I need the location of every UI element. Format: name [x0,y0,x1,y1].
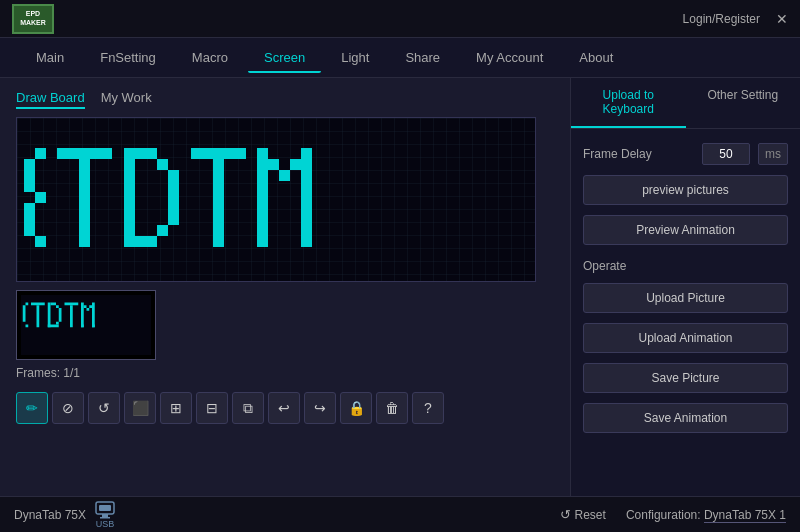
svg-rect-4 [24,170,35,181]
svg-rect-74 [87,308,90,311]
tool-redo[interactable]: ↪ [304,392,336,424]
nav-item-screen[interactable]: Screen [248,44,321,73]
tool-undo[interactable]: ↩ [268,392,300,424]
svg-rect-78 [92,325,95,328]
status-left: DynaTab 75X USB [14,501,116,529]
config-label: Configuration: [626,508,701,522]
svg-rect-52 [268,159,279,170]
svg-rect-31 [168,203,179,214]
svg-rect-36 [135,236,146,247]
save-animation-button[interactable]: Save Animation [583,403,788,433]
nav-item-fnsetting[interactable]: FnSetting [84,44,172,71]
preview-pictures-button[interactable]: preview pictures [583,175,788,205]
svg-rect-15 [101,148,112,159]
preview-row: Frames: 1/1 [16,290,554,380]
reset-label: Reset [575,508,606,522]
nav-bar: Main FnSetting Macro Screen Light Share … [0,38,800,78]
svg-rect-47 [213,203,224,214]
right-tabs: Upload to Keyboard Other Setting [571,78,800,129]
tool-eraser[interactable]: ⊘ [52,392,84,424]
svg-rect-14 [90,148,101,159]
tab-drawboard[interactable]: Draw Board [16,88,85,109]
svg-rect-48 [213,214,224,225]
tool-add-frame[interactable]: ⊞ [160,392,192,424]
login-register-link[interactable]: Login/Register [683,12,760,26]
svg-rect-2 [35,148,46,159]
tool-rotate[interactable]: ↺ [88,392,120,424]
frame-preview [16,290,156,360]
svg-rect-53 [279,170,290,181]
nav-item-share[interactable]: Share [389,44,456,71]
svg-rect-5 [24,181,35,192]
svg-rect-76 [92,303,95,328]
svg-rect-77 [81,325,84,328]
tool-lock[interactable]: 🔒 [340,392,372,424]
preview-animation-button[interactable]: Preview Animation [583,215,788,245]
nav-item-main[interactable]: Main [20,44,80,71]
svg-rect-27 [157,159,168,170]
svg-rect-32 [168,214,179,225]
upload-animation-button[interactable]: Upload Animation [583,323,788,353]
svg-rect-29 [168,181,179,192]
right-panel: Upload to Keyboard Other Setting Frame D… [570,78,800,496]
frame-delay-input[interactable] [702,143,750,165]
svg-rect-39 [202,148,213,159]
svg-rect-38 [191,148,202,159]
main-content: Draw Board My Work [0,78,800,496]
tool-help[interactable]: ? [412,392,444,424]
svg-rect-11 [57,148,68,159]
svg-rect-75 [89,305,92,308]
svg-rect-40 [213,148,224,159]
svg-rect-18 [79,181,90,192]
tab-upload-to-keyboard[interactable]: Upload to Keyboard [571,78,686,128]
tab-mywork[interactable]: My Work [101,88,152,109]
right-panel-content: Frame Delay ms preview pictures Preview … [571,129,800,447]
svg-rect-12 [68,148,79,159]
tool-copy-frame[interactable]: ⧉ [232,392,264,424]
svg-rect-44 [213,170,224,181]
svg-rect-65 [51,303,57,306]
reset-button[interactable]: ↺ Reset [560,507,606,522]
svg-rect-8 [24,214,35,225]
nav-item-light[interactable]: Light [325,44,385,71]
svg-rect-80 [99,505,111,511]
left-panel: Draw Board My Work [0,78,570,496]
svg-rect-64 [48,303,51,328]
svg-rect-61 [26,325,29,328]
svg-rect-59 [26,303,29,306]
tool-pencil[interactable]: ✏ [16,392,48,424]
save-picture-button[interactable]: Save Picture [583,363,788,393]
tool-delete[interactable]: 🗑 [376,392,408,424]
svg-rect-16 [79,159,90,170]
svg-rect-7 [24,203,35,214]
svg-rect-1 [17,118,535,281]
tool-remove-frame[interactable]: ⊟ [196,392,228,424]
svg-rect-54 [290,159,301,170]
nav-item-macro[interactable]: Macro [176,44,244,71]
svg-rect-57 [301,236,312,247]
title-bar-left: EPDMAKER [12,4,54,34]
config-info: Configuration: DynaTab 75X 1 [626,508,786,522]
svg-rect-67 [59,308,62,322]
svg-rect-49 [213,225,224,236]
svg-rect-23 [79,236,90,247]
svg-rect-60 [23,305,26,322]
draw-tabs: Draw Board My Work [16,88,554,109]
nav-item-about[interactable]: About [563,44,629,71]
svg-rect-41 [224,148,235,159]
close-button[interactable]: ✕ [776,11,788,27]
svg-rect-26 [146,148,157,159]
svg-rect-34 [124,148,135,247]
nav-item-myaccount[interactable]: My Account [460,44,559,71]
svg-rect-43 [213,159,224,170]
svg-rect-22 [79,225,90,236]
svg-rect-51 [257,148,268,247]
draw-canvas[interactable] [16,117,536,282]
tool-image[interactable]: ⬛ [124,392,156,424]
frame-delay-unit: ms [758,143,788,165]
tab-other-setting[interactable]: Other Setting [686,78,801,128]
svg-rect-25 [135,148,146,159]
svg-rect-10 [35,236,46,247]
upload-picture-button[interactable]: Upload Picture [583,283,788,313]
usb-icon: USB [94,501,116,529]
